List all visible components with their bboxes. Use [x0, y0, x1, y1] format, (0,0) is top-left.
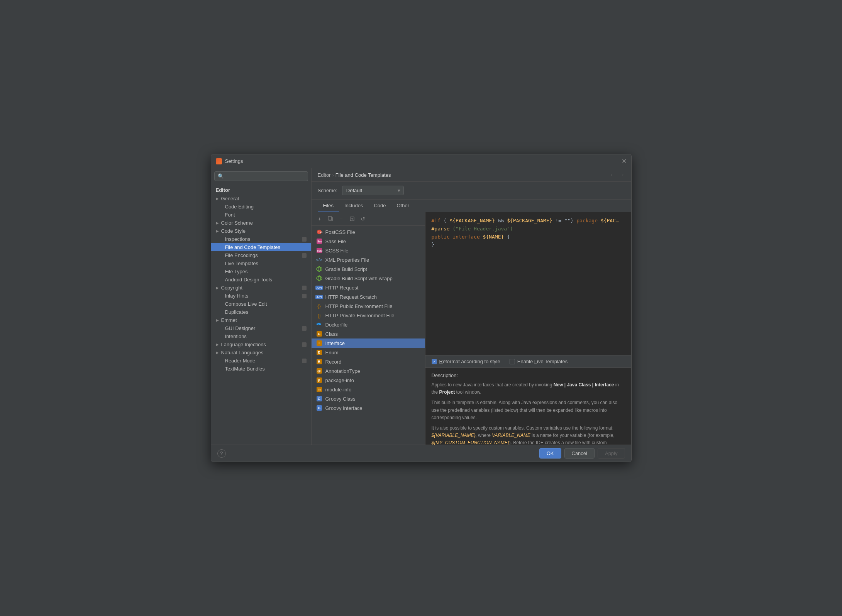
svg-text:Sass: Sass — [317, 240, 322, 243]
search-input[interactable] — [226, 173, 305, 179]
api-icon: API — [316, 284, 322, 291]
file-item-http-req[interactable]: API HTTP Request — [312, 283, 425, 292]
file-item-module-info[interactable]: m module-info — [312, 385, 425, 394]
file-item-record[interactable]: R Record — [312, 357, 425, 366]
duplicate-template-button[interactable] — [348, 215, 356, 223]
close-button[interactable]: ✕ — [622, 158, 627, 164]
sidebar-item-live-templates[interactable]: Live Templates — [211, 259, 311, 267]
file-item-scss[interactable]: SCSS SCSS File — [312, 246, 425, 255]
file-item-http-priv-env[interactable]: {} HTTP Private Environment File — [312, 311, 425, 320]
indicator-icon — [302, 326, 307, 331]
expand-arrow: ▶ — [216, 229, 219, 233]
live-templates-check-icon — [510, 359, 515, 364]
svg-rect-17 — [318, 323, 320, 324]
bottom-bar: ? OK Cancel Apply — [211, 445, 631, 462]
dialog-title: Settings — [225, 158, 243, 164]
api-scratch-icon: API — [316, 294, 322, 300]
file-item-class[interactable]: C Class — [312, 329, 425, 338]
sidebar-item-code-style[interactable]: ▶ Code Style — [211, 227, 311, 235]
live-templates-checkbox[interactable]: Enable Live Templates — [510, 359, 568, 364]
tab-files[interactable]: Files — [318, 200, 339, 212]
groovy-class-icon: G — [316, 396, 322, 402]
sidebar-item-file-types[interactable]: File Types — [211, 267, 311, 276]
sidebar-item-reader-mode[interactable]: Reader Mode — [211, 357, 311, 365]
main-content: Editor › File and Code Templates ← → Sch… — [312, 168, 631, 445]
file-item-interface[interactable]: I Interface — [312, 338, 425, 348]
code-line-2: #parse ("File Header.java") — [432, 225, 625, 233]
tab-includes[interactable]: Includes — [339, 200, 368, 212]
nav-arrows: ← → — [610, 171, 625, 178]
reset-template-button[interactable]: ↺ — [359, 215, 367, 223]
indicator-icon — [302, 359, 307, 363]
file-item-http-pub-env[interactable]: {} HTTP Public Environment File — [312, 301, 425, 311]
sidebar-item-inlay-hints[interactable]: Inlay Hints — [211, 292, 311, 300]
nav-back-button[interactable]: ← — [610, 171, 616, 178]
file-item-dockerfile[interactable]: Dockerfile — [312, 320, 425, 329]
file-item-gradle-wrap[interactable]: Gradle Build Script with wrapp — [312, 274, 425, 283]
sidebar-item-file-encodings[interactable]: File Encodings — [211, 251, 311, 259]
sidebar-item-duplicates[interactable]: Duplicates — [211, 308, 311, 316]
expand-arrow: ▶ — [216, 196, 219, 201]
sidebar-item-color-scheme[interactable]: ▶ Color Scheme — [211, 219, 311, 227]
remove-template-button[interactable]: − — [337, 215, 346, 223]
indicator-icon — [302, 294, 307, 298]
copy-template-button[interactable] — [326, 215, 335, 223]
help-button[interactable]: ? — [217, 449, 226, 458]
postcss-icon: CSS — [316, 229, 322, 235]
gradle-wrap-icon — [316, 275, 322, 281]
add-template-button[interactable]: + — [315, 215, 324, 223]
expand-arrow: ▶ — [216, 286, 219, 290]
scheme-label: Scheme: — [318, 188, 337, 193]
expand-arrow: ▶ — [216, 350, 219, 355]
sidebar-item-inspections[interactable]: Inspections — [211, 235, 311, 243]
search-box[interactable]: 🔍 — [214, 171, 308, 181]
code-editor[interactable]: #if ( ${PACKAGE_NAME} && ${PACKAGE_NAME}… — [425, 212, 631, 355]
sidebar-item-natural-languages[interactable]: ▶ Natural Languages — [211, 349, 311, 357]
sidebar-item-android-design-tools[interactable]: Android Design Tools — [211, 276, 311, 284]
sidebar-item-copyright[interactable]: ▶ Copyright — [211, 284, 311, 292]
sidebar-item-file-code-templates[interactable]: File and Code Templates — [211, 243, 311, 251]
breadcrumb-bar: Editor › File and Code Templates ← → — [312, 168, 631, 182]
expand-arrow: ▶ — [216, 342, 219, 347]
tab-other[interactable]: Other — [391, 200, 415, 212]
file-item-groovy-interface[interactable]: G Groovy Interface — [312, 403, 425, 413]
sidebar: 🔍 Editor ▶ General Code Editing Font ▶ C… — [211, 168, 312, 445]
cancel-button[interactable]: Cancel — [564, 448, 595, 459]
annotation-icon: @ — [316, 368, 322, 374]
sidebar-item-font[interactable]: Font — [211, 211, 311, 219]
file-item-enum[interactable]: E Enum — [312, 348, 425, 357]
file-item-groovy-class[interactable]: G Groovy Class — [312, 394, 425, 403]
ok-button[interactable]: OK — [539, 448, 561, 459]
sidebar-item-intentions[interactable]: Intentions — [211, 332, 311, 340]
sidebar-item-general[interactable]: ▶ General — [211, 195, 311, 203]
gradle-icon — [316, 266, 322, 272]
sidebar-item-gui-designer[interactable]: GUI Designer — [211, 324, 311, 332]
svg-point-13 — [317, 276, 322, 280]
tab-code[interactable]: Code — [368, 200, 391, 212]
scheme-dropdown[interactable]: Default — [342, 186, 404, 195]
reformat-checkbox[interactable]: ✓ Reformat according to style — [432, 359, 500, 364]
breadcrumb-separator: › — [332, 172, 334, 178]
file-item-sass[interactable]: Sass Sass File — [312, 237, 425, 246]
file-item-package-info[interactable]: p package-info — [312, 376, 425, 385]
record-icon: R — [316, 359, 322, 365]
file-item-http-scratch[interactable]: API HTTP Request Scratch — [312, 292, 425, 301]
file-item-postcss[interactable]: CSS PostCSS File — [312, 227, 425, 237]
nav-forward-button[interactable]: → — [619, 171, 625, 178]
editor-options: ✓ Reformat according to style Enable Liv… — [425, 355, 631, 367]
file-item-gradle[interactable]: Gradle Build Script — [312, 264, 425, 274]
sidebar-item-language-injections[interactable]: ▶ Language Injections — [211, 340, 311, 349]
sidebar-item-compose-live-edit[interactable]: Compose Live Edit — [211, 300, 311, 308]
file-list: + − — [312, 212, 425, 445]
app-icon — [216, 158, 222, 164]
indicator-icon — [302, 286, 307, 290]
sidebar-item-code-editing[interactable]: Code Editing — [211, 203, 311, 211]
interface-icon: I — [316, 340, 322, 346]
breadcrumb-parent: Editor — [318, 172, 331, 178]
file-item-xml[interactable]: </> XML Properties File — [312, 255, 425, 264]
file-list-toolbar: + − — [312, 212, 425, 226]
file-item-annotation[interactable]: @ AnnotationType — [312, 366, 425, 376]
sidebar-item-textmate-bundles[interactable]: TextMate Bundles — [211, 365, 311, 373]
apply-button[interactable]: Apply — [598, 448, 625, 459]
sidebar-item-emmet[interactable]: ▶ Emmet — [211, 316, 311, 324]
